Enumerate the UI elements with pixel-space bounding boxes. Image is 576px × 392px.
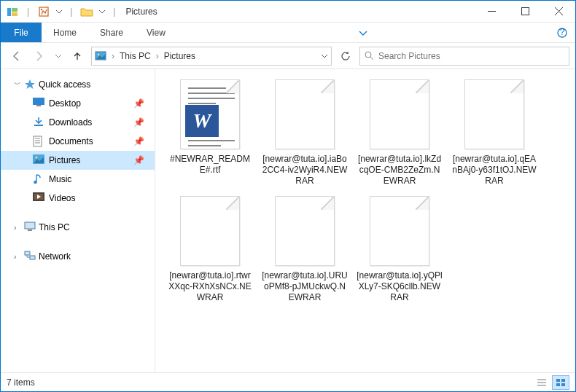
file-name: #NEWRAR_README#.rtf [167, 154, 253, 176]
sidebar-item-label: Network [39, 251, 71, 262]
file-thumbnail [464, 79, 524, 149]
network-icon [24, 251, 36, 262]
word-icon: W [185, 105, 219, 137]
desktop-icon [33, 98, 44, 109]
item-count: 7 items [7, 377, 35, 388]
sidebar-item-label: Downloads [49, 117, 92, 128]
up-button[interactable] [68, 47, 87, 65]
help-icon[interactable]: ? [549, 23, 575, 42]
svg-rect-20 [25, 222, 35, 229]
file-item[interactable]: [newrar@tuta.io].qEAnBAj0-y63f1tOJ.NEWRA… [447, 75, 542, 192]
file-item[interactable]: W#NEWRAR_README#.rtf [163, 75, 257, 192]
separator: | [27, 7, 29, 17]
chevron-right-icon[interactable]: › [156, 51, 159, 61]
sidebar-item-pictures[interactable]: Pictures 📌 [1, 151, 155, 170]
downloads-icon [33, 117, 44, 128]
properties-icon[interactable] [36, 4, 51, 19]
star-icon [24, 79, 36, 90]
sidebar-item-label: Quick access [39, 79, 90, 90]
pin-icon: 📌 [133, 98, 144, 109]
svg-rect-11 [33, 98, 44, 105]
sidebar-item-videos[interactable]: Videos [1, 189, 155, 208]
qat-dropdown-icon[interactable] [55, 4, 63, 19]
svg-rect-0 [7, 8, 11, 16]
svg-rect-23 [30, 256, 35, 259]
svg-rect-25 [561, 379, 565, 382]
sidebar-item-label: Documents [49, 136, 93, 146]
refresh-button[interactable] [336, 47, 355, 66]
svg-rect-5 [521, 8, 529, 15]
videos-icon [33, 192, 44, 204]
address-bar[interactable]: › This PC › Pictures [91, 47, 332, 66]
file-item[interactable]: [newrar@tuta.io].rtwrXXqc-RXhXsNCx.NEWRA… [163, 192, 257, 308]
file-item[interactable]: [newrar@tuta.io].lkZdcqOE-CMB2ZeZm.NEWRA… [352, 75, 447, 192]
chevron-right-icon[interactable]: › [14, 253, 21, 261]
tab-view[interactable]: View [135, 23, 177, 42]
tab-share[interactable]: Share [88, 23, 135, 42]
separator: | [70, 7, 72, 17]
body: ﹀ Quick access Desktop 📌 Downloads 📌 [1, 69, 575, 372]
sidebar-quick-access[interactable]: ﹀ Quick access [1, 75, 155, 94]
explorer-window: | | | Pictures File Home Share [0, 0, 576, 392]
pictures-folder-icon [95, 50, 106, 62]
sidebar-network[interactable]: › Network [1, 247, 155, 266]
sidebar-item-label: This PC [39, 222, 70, 232]
chevron-down-icon[interactable]: ﹀ [14, 79, 21, 90]
sidebar-item-documents[interactable]: Documents 📌 [1, 132, 155, 151]
navigation-pane: ﹀ Quick access Desktop 📌 Downloads 📌 [1, 69, 155, 372]
svg-rect-24 [556, 379, 560, 382]
details-view-button[interactable] [533, 375, 550, 390]
svg-rect-13 [34, 125, 43, 126]
sidebar-item-desktop[interactable]: Desktop 📌 [1, 94, 155, 113]
close-button[interactable] [542, 1, 575, 23]
search-box[interactable] [359, 47, 569, 66]
file-thumbnail [370, 196, 429, 266]
sidebar-item-label: Videos [49, 193, 75, 203]
sidebar-item-downloads[interactable]: Downloads 📌 [1, 113, 155, 132]
tab-home[interactable]: Home [42, 23, 88, 42]
sidebar-item-music[interactable]: Music [1, 170, 155, 189]
file-item[interactable]: [newrar@tuta.io].yQPlXLy7-SKQ6cllb.NEWRA… [352, 192, 447, 308]
breadcrumb-this-pc[interactable]: This PC [120, 51, 151, 61]
svg-rect-26 [556, 383, 560, 386]
file-item[interactable]: [newrar@tuta.io].URUoPMf8-pJMUckwQ.NEWRA… [257, 192, 352, 308]
app-icon [5, 4, 20, 19]
forward-button[interactable] [30, 47, 49, 65]
svg-point-9 [98, 53, 100, 55]
file-thumbnail [180, 196, 240, 266]
search-icon [365, 51, 374, 60]
minimize-button[interactable] [475, 1, 508, 23]
file-item[interactable]: [newrar@tuta.io].iaBo2CC4-iv2WyiR4.NEWRA… [257, 75, 352, 192]
svg-rect-4 [41, 9, 42, 10]
status-bar: 7 items [1, 372, 575, 391]
ribbon-tabs: File Home Share View ? [1, 23, 575, 43]
breadcrumb-current[interactable]: Pictures [164, 51, 195, 61]
file-list[interactable]: W#NEWRAR_README#.rtf[newrar@tuta.io].iaB… [155, 69, 575, 372]
folder-dropdown-icon[interactable] [98, 4, 106, 19]
maximize-button[interactable] [508, 1, 542, 23]
file-thumbnail [275, 196, 335, 266]
search-input[interactable] [378, 51, 564, 61]
file-name: [newrar@tuta.io].yQPlXLy7-SKQ6cllb.NEWRA… [357, 270, 443, 303]
view-switcher [533, 375, 569, 390]
svg-rect-2 [12, 12, 17, 16]
file-name: [newrar@tuta.io].qEAnBAj0-y63f1tOJ.NEWRA… [451, 154, 537, 187]
file-name: [newrar@tuta.io].lkZdcqOE-CMB2ZeZm.NEWRA… [357, 154, 443, 187]
svg-point-16 [36, 157, 38, 159]
file-name: [newrar@tuta.io].iaBo2CC4-iv2WyiR4.NEWRA… [262, 154, 348, 187]
file-name: [newrar@tuta.io].URUoPMf8-pJMUckwQ.NEWRA… [262, 270, 348, 303]
back-button[interactable] [7, 47, 26, 65]
ribbon-expand-icon[interactable] [350, 23, 376, 42]
svg-rect-22 [25, 251, 30, 255]
chevron-right-icon[interactable]: › [14, 224, 21, 232]
large-icons-view-button[interactable] [552, 375, 569, 390]
chevron-right-icon[interactable]: › [112, 51, 114, 61]
svg-rect-14 [34, 136, 42, 146]
window-title: Pictures [125, 7, 157, 17]
file-tab[interactable]: File [1, 23, 42, 42]
recent-dropdown-icon[interactable] [53, 47, 63, 65]
pictures-icon [33, 154, 44, 166]
sidebar-this-pc[interactable]: › This PC [1, 218, 155, 237]
file-thumbnail [370, 79, 429, 149]
address-dropdown-icon[interactable] [321, 52, 328, 60]
